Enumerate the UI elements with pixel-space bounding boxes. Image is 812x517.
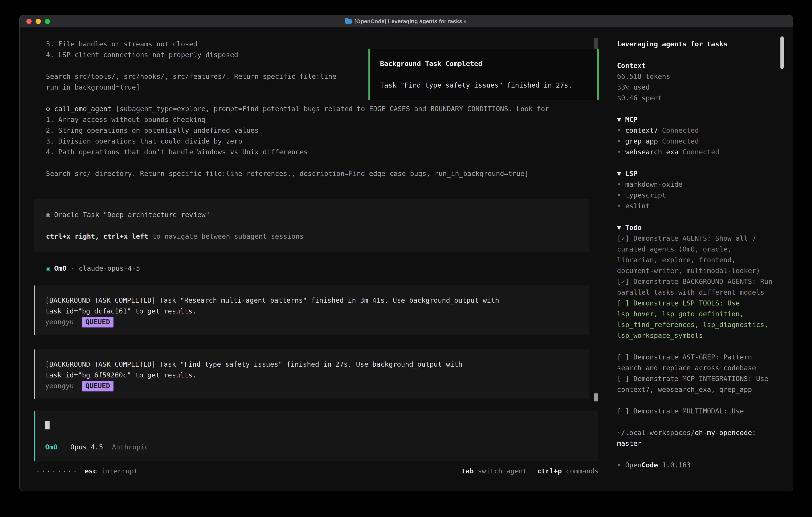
context-used: 33% used: [617, 82, 775, 93]
tool-call-args: [subagent_type=explore, prompt=Find pote…: [115, 105, 549, 113]
input-model-row: OmO Opus 4.5 Anthropic: [45, 442, 598, 453]
log-line: 3. File handles or streams not closed: [46, 39, 609, 50]
agent-model: claude-opus-4-5: [79, 264, 140, 272]
folder-icon: [345, 19, 352, 23]
window-title: [OpenCode] Leveraging agents for tasks ◐: [20, 18, 793, 24]
tool-call-item: 1. Array access without bounds checking: [46, 114, 609, 125]
desktop: [OpenCode] Leveraging agents for tasks ◐…: [0, 0, 812, 517]
minimize-button[interactable]: [35, 19, 41, 24]
mcp-section: ▼ MCP • context7 Connected • grep_app Co…: [617, 114, 775, 158]
collapse-triangle-icon: ▼: [617, 169, 621, 178]
mcp-section-header[interactable]: ▼ MCP: [617, 114, 775, 125]
ctrlp-key-hint: ctrl+p commands: [537, 466, 599, 477]
context-section: Context 66,518 tokens 33% used $0.46 spe…: [617, 60, 775, 104]
bullet-icon: •: [617, 180, 621, 188]
lsp-section-header[interactable]: ▼ LSP: [617, 168, 775, 179]
input-provider-label: Anthropic: [112, 443, 149, 451]
terminal-main: 3. File handles or streams not closed 4.…: [20, 28, 609, 491]
scrollbar-thumb[interactable]: [594, 393, 598, 402]
agent-header: ▣ OmO · claude-opus-4-5: [46, 263, 609, 274]
background-toast[interactable]: Background Task Completed Task "Find typ…: [369, 49, 599, 100]
agent-icon: ▣: [46, 264, 50, 272]
input-line: [45, 420, 598, 431]
todo-checkbox: [ ]: [617, 407, 629, 415]
oracle-icon: ◉: [46, 211, 50, 219]
window-body: 3. File handles or streams not closed 4.…: [20, 28, 793, 491]
todo-checkbox: [ ]: [617, 375, 629, 383]
scrollbar-thumb[interactable]: [594, 38, 598, 50]
context-tokens: 66,518 tokens: [617, 71, 775, 82]
todo-heading: Todo: [625, 223, 642, 232]
separator-dot: ·: [70, 264, 75, 272]
todo-checkbox: [ ]: [617, 353, 629, 361]
message-text: [BACKGROUND TASK COMPLETED] Task "Resear…: [45, 295, 589, 306]
todo-item: [✓] Demonstrate BACKGROUND AGENTS: Run p…: [617, 276, 775, 298]
lsp-section: ▼ LSP • markdown-oxide • typescript • es…: [617, 168, 775, 212]
status-bar: ········ esc interrupt tab switch agent …: [36, 466, 599, 477]
oracle-task-box: ◉ Oracle Task "Deep architecture review"…: [34, 199, 589, 252]
lsp-heading: LSP: [625, 169, 637, 178]
todo-item: [ ] Demonstrate LSP TOOLS: Use lsp_hover…: [617, 298, 775, 341]
queued-badge: QUEUED: [82, 381, 114, 391]
oracle-task-title-line: ◉ Oracle Task "Deep architecture review": [46, 210, 589, 220]
todo-item: [ ] Demonstrate MULTIMODAL: Use: [617, 406, 775, 417]
context-heading: Context: [617, 60, 775, 71]
bullet-icon: •: [617, 202, 621, 210]
sidebar-title: Leveraging agents for tasks: [617, 39, 775, 50]
bullet-icon: •: [617, 137, 621, 145]
bullet-icon: •: [617, 191, 621, 199]
todo-section-header[interactable]: ▼ Todo: [617, 222, 775, 233]
bullet-icon: •: [617, 148, 621, 156]
tool-call-footer: Search src/ directory. Return specific f…: [46, 168, 609, 179]
mcp-heading: MCP: [625, 115, 637, 124]
prompt-input[interactable]: OmO Opus 4.5 Anthropic: [34, 411, 598, 461]
workspace-path: ~/local-workspaces/oh-my-opencode:: [617, 428, 775, 438]
window-title-text: [OpenCode] Leveraging agents for tasks ◐: [354, 18, 467, 24]
sidebar-scrollbar[interactable]: [780, 36, 784, 69]
lsp-item: • typescript: [617, 190, 775, 201]
tool-call-line: ⚙ call_omo_agent [subagent_type=explore,…: [46, 104, 609, 114]
spinner-dots: ········: [36, 466, 78, 477]
bullet-icon: •: [617, 126, 621, 134]
terminal-window: [OpenCode] Leveraging agents for tasks ◐…: [19, 15, 793, 491]
zoom-button[interactable]: [45, 19, 50, 24]
todo-item: [ ] Demonstrate MCP INTEGRATIONS: Use co…: [617, 374, 775, 395]
message-meta: yeongyu QUEUED: [45, 381, 589, 391]
titlebar: [OpenCode] Leveraging agents for tasks ◐: [20, 15, 793, 28]
collapse-triangle-icon: ▼: [617, 115, 621, 124]
toast-title: Background Task Completed: [380, 58, 590, 69]
input-agent-label: OmO: [45, 443, 57, 451]
toast-body: Task "Find type safety issues" finished …: [380, 80, 590, 91]
opencode-version: • OpenCode 1.0.163: [617, 460, 775, 471]
tool-call-name: call_omo_agent: [54, 105, 112, 113]
todo-item: [ ] Demonstrate AST-GREP: Pattern search…: [617, 352, 775, 374]
message-meta: yeongyu QUEUED: [45, 317, 589, 327]
tab-key-hint: tab switch agent: [461, 466, 527, 477]
sidebar: Leveraging agents for tasks Context 66,5…: [609, 28, 793, 491]
todo-checkbox: [✓]: [617, 234, 629, 242]
esc-key-hint: esc interrupt: [85, 466, 138, 477]
message-block: [BACKGROUND TASK COMPLETED] Task "Resear…: [34, 285, 589, 335]
agent-name: OmO: [54, 264, 66, 272]
todo-section: ▼ Todo [✓] Demonstrate AGENTS: Show all …: [617, 222, 775, 417]
todo-checkbox: [ ]: [617, 299, 629, 307]
mcp-item: • grep_app Connected: [617, 136, 775, 147]
todo-item: [✓] Demonstrate AGENTS: Show all 7 curat…: [617, 233, 775, 276]
tool-call-item: 2. String operations on potentially unde…: [46, 125, 609, 136]
gear-icon: ⚙: [46, 105, 50, 113]
queued-badge: QUEUED: [82, 317, 114, 327]
text-cursor: [45, 420, 50, 430]
mcp-item: • websearch_exa Connected: [617, 147, 775, 158]
traffic-lights: [26, 19, 50, 24]
message-author: yeongyu: [45, 382, 74, 390]
message-text: task_id="bg_dcfac161" to get results.: [45, 306, 589, 317]
hint-text: to navigate between subagent sessions: [152, 232, 303, 240]
message-block: [BACKGROUND TASK COMPLETED] Task "Find t…: [34, 350, 589, 399]
lsp-item: • markdown-oxide: [617, 179, 775, 190]
hint-keys: ctrl+x right, ctrl+x left: [46, 232, 148, 240]
oracle-task-title: Oracle Task "Deep architecture review": [54, 211, 210, 219]
tool-call-item: 3. Division operations that could divide…: [46, 136, 609, 147]
close-button[interactable]: [26, 19, 32, 24]
mcp-item: • context7 Connected: [617, 125, 775, 136]
message-text: task_id="bg_6f59260c" to get results.: [45, 370, 589, 381]
